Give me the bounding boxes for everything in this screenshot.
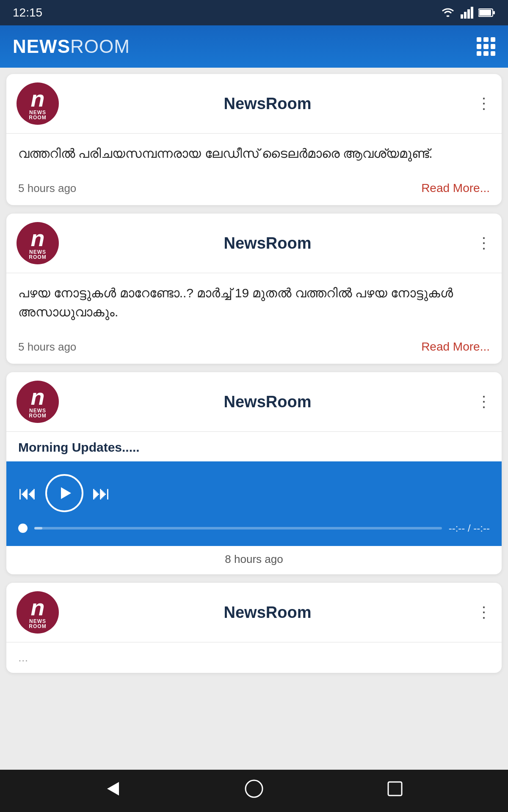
svg-rect-1 [464, 12, 467, 19]
card-1-body: വത്തറിൽ പരിചയസമ്പന്നരായ ലേഡീസ് ടൈലർമാരെ … [6, 134, 502, 181]
newsroom-logo-1: n NEWSROOM [17, 82, 59, 125]
title-light: ROOM [70, 36, 130, 57]
audio-card-3: n NEWSROOM NewsRoom ⋮ Morning Updates...… [6, 372, 502, 574]
share-icon-4[interactable]: ⋮ [476, 604, 491, 621]
card-2-read-more[interactable]: Read More... [421, 340, 490, 354]
audio-label: Morning Updates..... [6, 432, 502, 461]
share-icon-1[interactable]: ⋮ [476, 95, 491, 112]
svg-rect-5 [479, 10, 491, 16]
card-4-title: NewsRoom [59, 604, 476, 622]
app-header: NEWSROOM [0, 25, 508, 68]
progress-row: --:-- / --:-- [18, 522, 490, 534]
news-card-2: n NEWSROOM NewsRoom ⋮ പഴയ നോട്ടുകൾ മാറേണ… [6, 214, 502, 364]
progress-dot[interactable] [18, 524, 28, 533]
newsroom-logo-2: n NEWSROOM [17, 222, 59, 264]
app-title: NEWSROOM [13, 36, 130, 57]
newsroom-logo-3: n NEWSROOM [17, 381, 59, 423]
battery-icon [478, 8, 495, 17]
audio-time-ago: 8 hours ago [6, 546, 502, 574]
card-4-content-placeholder: ... [6, 642, 502, 673]
play-button[interactable] [45, 474, 83, 512]
card-3-header: n NEWSROOM NewsRoom ⋮ [6, 372, 502, 432]
card-1-time: 5 hours ago [18, 182, 76, 195]
bottom-nav [0, 770, 508, 812]
card-2-text: പഴയ നോട്ടുകൾ മാറേണ്ടോ..? മാർച്ച് 19 മുതൽ… [18, 283, 490, 321]
forward-button[interactable]: ⏭ [92, 483, 110, 504]
svg-rect-0 [461, 14, 463, 19]
svg-rect-3 [471, 7, 473, 19]
newsroom-logo-4: n NEWSROOM [17, 591, 59, 634]
svg-rect-2 [467, 9, 470, 19]
card-1-text: വത്തറിൽ പരിചയസമ്പന്നരായ ലേഡീസ് ടൈലർമാരെ … [18, 144, 490, 163]
svg-point-9 [246, 780, 262, 797]
svg-rect-6 [493, 11, 495, 14]
card-2-title: NewsRoom [59, 234, 476, 252]
progress-bar-bg[interactable] [34, 527, 442, 529]
card-2-header: n NEWSROOM NewsRoom ⋮ [6, 214, 502, 273]
signal-icon [461, 7, 473, 19]
content-area: n NEWSROOM NewsRoom ⋮ വത്തറിൽ പരിചയസമ്പന… [0, 68, 508, 770]
home-button[interactable] [245, 779, 263, 802]
audio-player: ⏮ ⏭ --:-- / --:-- [6, 461, 502, 546]
status-bar: 12:15 [0, 0, 508, 25]
card-3-title: NewsRoom [59, 393, 476, 411]
card-1-footer: 5 hours ago Read More... [6, 181, 502, 205]
time-display: --:-- / --:-- [449, 522, 490, 534]
card-1-title: NewsRoom [59, 95, 476, 113]
status-icons [440, 7, 495, 19]
share-icon-2[interactable]: ⋮ [476, 234, 491, 252]
svg-marker-7 [61, 487, 71, 499]
back-button[interactable] [104, 779, 122, 802]
recent-button[interactable] [386, 779, 404, 802]
progress-bar-fill [34, 527, 42, 529]
card-2-body: പഴയ നോട്ടുകൾ മാറേണ്ടോ..? മാർച്ച് 19 മുതൽ… [6, 273, 502, 340]
card-4-header: n NEWSROOM NewsRoom ⋮ [6, 583, 502, 642]
card-2-footer: 5 hours ago Read More... [6, 340, 502, 364]
status-time: 12:15 [13, 6, 42, 19]
grid-menu-icon[interactable] [477, 37, 495, 56]
card-2-time: 5 hours ago [18, 340, 76, 354]
wifi-icon [440, 7, 456, 19]
card-1-header: n NEWSROOM NewsRoom ⋮ [6, 74, 502, 134]
player-controls: ⏮ ⏭ [18, 474, 490, 512]
news-card-1: n NEWSROOM NewsRoom ⋮ വത്തറിൽ പരിചയസമ്പന… [6, 74, 502, 205]
news-card-4: n NEWSROOM NewsRoom ⋮ ... [6, 583, 502, 673]
title-bold: NEWS [13, 36, 70, 57]
share-icon-3[interactable]: ⋮ [476, 393, 491, 411]
card-1-read-more[interactable]: Read More... [421, 181, 490, 195]
rewind-button[interactable]: ⏮ [18, 483, 37, 504]
svg-rect-10 [388, 782, 402, 796]
svg-marker-8 [107, 782, 119, 796]
